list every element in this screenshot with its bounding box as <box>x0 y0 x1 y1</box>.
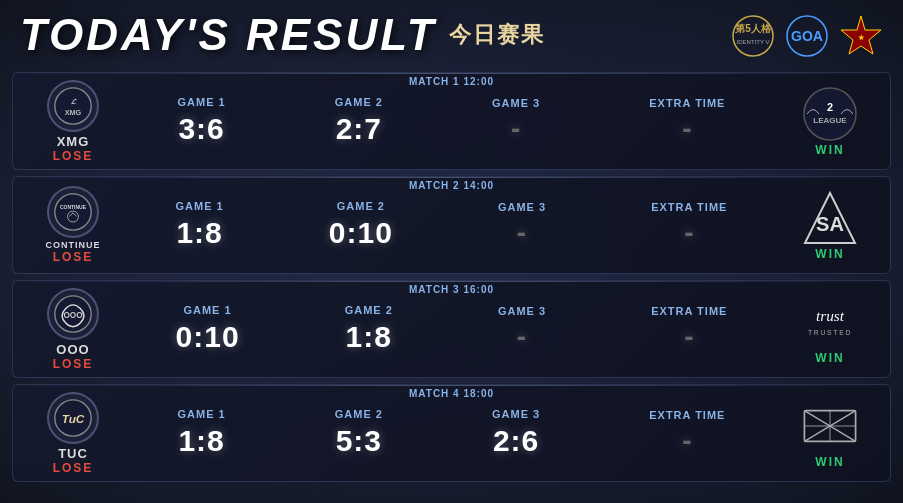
match-1-content: 𝓛 XMG XMG LOSE GAME 1 3:6 GAME 2 2:7 <box>13 73 890 169</box>
match-3-game1-label: GAME 1 <box>183 304 231 316</box>
match-4-game3-score: 2:6 <box>493 424 539 458</box>
svg-text:TRUSTED: TRUSTED <box>808 329 852 336</box>
match-3-right-result: WIN <box>815 351 844 365</box>
svg-text:★: ★ <box>858 34 865 41</box>
idv-logo: 第5人格 IDENTITY V <box>731 14 775 58</box>
match-1-left-result: LOSE <box>53 149 94 163</box>
match-2-header: MATCH 2 14:00 <box>409 180 494 191</box>
svg-point-13 <box>55 194 91 230</box>
match-4-game1-label: GAME 1 <box>178 408 226 420</box>
svg-text:2: 2 <box>827 101 833 113</box>
match-3-game2-label: GAME 2 <box>345 304 393 316</box>
sa-logo-icon: SA <box>801 189 859 247</box>
match-1-extra-label: EXTRA TIME <box>649 97 725 109</box>
match-4-games: GAME 1 1:8 GAME 2 5:3 GAME 3 2:6 EXTRA T… <box>123 408 780 458</box>
match-1-extra: EXTRA TIME - <box>649 97 725 145</box>
match-2-left-name: CONTINUE <box>46 240 101 250</box>
match-4-game1-score: 1:8 <box>178 424 224 458</box>
svg-text:XMG: XMG <box>65 108 82 117</box>
match-1-game2-score: 2:7 <box>336 112 382 146</box>
match-3-game3-label: GAME 3 <box>498 305 546 317</box>
match-1-game2-label: GAME 2 <box>335 96 383 108</box>
match-1-game1-score: 3:6 <box>178 112 224 146</box>
match-4-header: MATCH 4 18:00 <box>409 388 494 399</box>
match-2-content: CONTINUE CONTINUE LOSE GAME 1 1:8 GAME 2… <box>13 177 890 273</box>
svg-point-10 <box>804 88 856 140</box>
match-1-game3-label: GAME 3 <box>492 97 540 109</box>
match-2-game3-label: GAME 3 <box>498 201 546 213</box>
match-4-extra-score: - <box>682 425 692 457</box>
match-1-left-team: 𝓛 XMG XMG LOSE <box>23 80 123 163</box>
match-row-1: MATCH 1 12:00 𝓛 XMG XMG LOSE GAME 1 <box>12 72 891 170</box>
match-row-4: MATCH 4 18:00 TuC TUC LOSE GAME 1 1:8 <box>12 384 891 482</box>
title-chinese: 今日赛果 <box>449 20 545 50</box>
match-3-left-team: OOO OOO LOSE <box>23 288 123 371</box>
match-1-game3: GAME 3 - <box>492 97 540 145</box>
match-3-left-name: OOO <box>56 342 89 357</box>
match-3-game3: GAME 3 - <box>498 305 546 353</box>
match-4-game3: GAME 3 2:6 <box>492 408 540 458</box>
match-4-left-logo: TuC <box>47 392 99 444</box>
match-1-header: MATCH 1 12:00 <box>409 76 494 87</box>
goa-icon: GOA <box>785 14 829 58</box>
svg-text:第5人格: 第5人格 <box>735 23 772 34</box>
match-2-game1-label: GAME 1 <box>176 200 224 212</box>
matches-container: MATCH 1 12:00 𝓛 XMG XMG LOSE GAME 1 <box>12 72 891 482</box>
match-2-game2: GAME 2 0:10 <box>329 200 393 250</box>
match-1-game1-label: GAME 1 <box>178 96 226 108</box>
match-2-games: GAME 1 1:8 GAME 2 0:10 GAME 3 - EXTRA TI… <box>123 200 780 250</box>
match-1-right-result: WIN <box>815 143 844 157</box>
match-2-game3-score: - <box>517 217 527 249</box>
match-3-game1: GAME 1 0:10 <box>176 304 240 354</box>
match-3-right-logo: trust TRUSTED <box>801 293 859 351</box>
match-3-header: MATCH 3 16:00 <box>409 284 494 295</box>
svg-text:trust: trust <box>816 307 845 324</box>
match-2-left-result: LOSE <box>53 250 94 264</box>
match-3-extra-score: - <box>684 321 694 353</box>
goa-logo: GOA <box>785 14 829 58</box>
match-2-game2-score: 0:10 <box>329 216 393 250</box>
match-3-content: OOO OOO LOSE GAME 1 0:10 GAME 2 1:8 GAME… <box>13 281 890 377</box>
match-1-game2: GAME 2 2:7 <box>335 96 383 146</box>
match-3-game3-score: - <box>517 321 527 353</box>
match-4-right-result: WIN <box>815 455 844 469</box>
match-4-game1: GAME 1 1:8 <box>178 408 226 458</box>
match-1-game3-score: - <box>511 113 521 145</box>
main-title: TODAY'S RESULT 今日赛果 <box>20 10 545 60</box>
match-1-left-logo: 𝓛 XMG <box>47 80 99 132</box>
match-1-left-name: XMG <box>57 134 90 149</box>
match-2-right-team: SA WIN <box>780 189 880 261</box>
match-1-right-logo: 2 LEAGUE <box>801 85 859 143</box>
match-4-right-team: WIN <box>780 397 880 469</box>
match-2-right-result: WIN <box>815 247 844 261</box>
match-4-game2-score: 5:3 <box>336 424 382 458</box>
match-2-game1: GAME 1 1:8 <box>176 200 224 250</box>
match-3-extra: EXTRA TIME - <box>651 305 727 353</box>
match-4-extra-label: EXTRA TIME <box>649 409 725 421</box>
match-3-extra-label: EXTRA TIME <box>651 305 727 317</box>
svg-point-0 <box>733 16 773 56</box>
sponsor-logos: 第5人格 IDENTITY V GOA ★ <box>731 14 883 58</box>
match-2-game1-score: 1:8 <box>176 216 222 250</box>
match-4-game2: GAME 2 5:3 <box>335 408 383 458</box>
match-3-game1-score: 0:10 <box>176 320 240 354</box>
match-2-extra: EXTRA TIME - <box>651 201 727 249</box>
zzz-logo-icon <box>801 402 859 450</box>
svg-text:LEAGUE: LEAGUE <box>813 116 847 125</box>
extra-badge: ★ <box>839 14 883 58</box>
ooo-logo-icon: OOO <box>53 294 93 334</box>
match-row-3: MATCH 3 16:00 OOO OOO LOSE GAME 1 0:10 <box>12 280 891 378</box>
match-4-content: TuC TUC LOSE GAME 1 1:8 GAME 2 5:3 GAME … <box>13 385 890 481</box>
idv-icon: 第5人格 IDENTITY V <box>731 14 775 58</box>
match-2-left-logo: CONTINUE <box>47 186 99 238</box>
match-3-games: GAME 1 0:10 GAME 2 1:8 GAME 3 - EXTRA TI… <box>123 304 780 354</box>
match-2-game2-label: GAME 2 <box>337 200 385 212</box>
match-1-game1: GAME 1 3:6 <box>178 96 226 146</box>
match-4-right-logo <box>801 397 859 455</box>
match-2-extra-score: - <box>684 217 694 249</box>
tuc-logo-icon: TuC <box>53 398 93 438</box>
svg-text:OOO: OOO <box>63 310 83 319</box>
extra-icon: ★ <box>839 14 883 58</box>
trusted-logo-icon: trust TRUSTED <box>801 293 859 351</box>
svg-text:TuC: TuC <box>62 411 85 425</box>
